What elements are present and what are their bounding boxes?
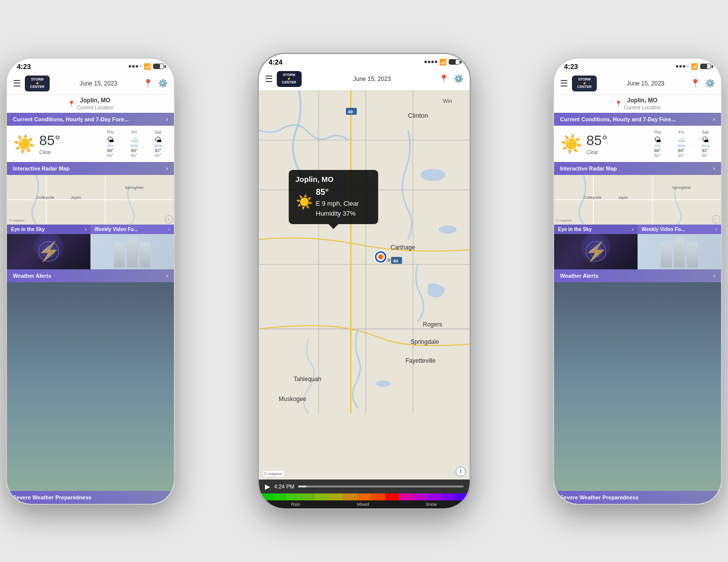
app-header-center: ☰ STORM⚡CENTER June 15, 2023 📍 ⚙️ [259,68,470,90]
signal-center [424,61,437,63]
hamburger-left[interactable]: ☰ [13,78,21,89]
radar-arrow-right: › [713,165,715,172]
header-date-center: June 15, 2023 [306,76,439,82]
svg-text:49: 49 [348,109,353,114]
eye-sky-tile-left[interactable]: Eye in the Sky › ⚡ [7,225,90,269]
alerts-image-left [7,282,174,490]
status-bar-left: 4:23 📶 [7,59,174,73]
weekly-header-left: Weekly Video Fo... › [90,225,174,234]
forecast-header-left[interactable]: Current Conditions, Hourly and 7-Day For… [7,113,174,126]
location-bar-right: 📍 Joplin, MO Current Location [554,95,721,113]
alerts-bg-left [7,282,174,490]
radar-header-right[interactable]: Interactive Radar Map › [554,162,721,175]
hamburger-right[interactable]: ☰ [560,78,568,89]
weather-widget-left: ☀️ 85° Clear Thu 🌤 0% 88° 66° Fri ☁️ 20%… [7,126,174,162]
radar-header-left[interactable]: Interactive Radar Map › [7,162,174,175]
weekly-title-left: Weekly Video Fo... [94,227,138,232]
weatherman-r2 [674,238,685,267]
header-icons-left: 📍 ⚙️ [143,79,168,88]
severe-section-left[interactable]: Severe Weather Preparedness › [7,491,174,504]
severe-arrow-right: › [713,494,715,501]
svg-text:Springdale: Springdale [410,338,439,345]
status-icons-right: 📶 [676,63,711,70]
sun-icon-right: ☀️ [560,134,582,155]
eye-sky-arrow-right: › [632,227,634,232]
alerts-header-left[interactable]: Weather Alerts › [7,269,174,282]
location-icon-center[interactable]: 📍 [439,74,449,83]
tooltip-city: Joplin, MO [296,175,371,183]
eye-sky-title-right: Eye in the Sky [558,227,592,232]
location-icon-right[interactable]: 📍 [690,79,700,88]
eye-sky-arrow-left: › [85,227,86,232]
tooltip-humidity: Humidity 37% [316,209,359,219]
battery-center [449,59,460,65]
logo-left: STORM⚡CENTER [25,76,50,91]
severe-title-left: Severe Weather Preparedness [13,494,91,500]
alerts-title-right: Weather Alerts [560,273,598,279]
gear-icon-left[interactable]: ⚙️ [158,79,168,88]
svg-text:Win: Win [443,98,452,104]
svg-text:Coffeyville: Coffeyville [583,195,602,200]
progress-bar-center[interactable] [298,485,463,487]
current-temp-right: 85° [586,133,607,149]
mapbox-attr-center: © mapbox [263,471,284,477]
location-pin-left: 📍 [68,100,75,107]
forecast-arrow-left: › [166,116,168,123]
time-right: 4:23 [564,63,578,71]
signal-left [129,65,142,68]
play-icon-center[interactable]: ▶ [265,482,270,490]
center-map[interactable]: 49 44 Clinton [259,90,470,480]
svg-text:Carthage: Carthage [391,244,415,251]
svg-text:Joplin: Joplin [71,195,81,200]
weekly-tile-left[interactable]: Weekly Video Fo... › [90,225,174,269]
svg-text:© mapbox: © mapbox [556,219,572,223]
severe-section-right[interactable]: Severe Weather Preparedness › [554,491,721,504]
weatherman-r1 [661,242,672,267]
app-header-left: ☰ STORM⚡CENTER June 15, 2023 📍 ⚙️ [7,73,174,95]
weatherman-r3 [687,242,698,267]
forecast-thu-left: Thu 🌤 0% 88° 66° [100,130,120,158]
map-info-btn-center[interactable]: ℹ [456,467,466,477]
weather-widget-right: ☀️ 85° Clear Thu 🌤 0% 88° 66° Fri ☁️ 20%… [554,126,721,162]
location-bar-left: 📍 Joplin, MO Current Location [7,95,174,113]
svg-text:44: 44 [393,258,398,263]
sun-icon-left: ☀️ [13,134,35,155]
eye-sky-tile-right[interactable]: Eye in the Sky › ⚡ [554,225,638,269]
current-temp-left: 85° [39,133,60,149]
wifi-icon-center: 📶 [439,59,447,66]
hamburger-center[interactable]: ☰ [265,74,273,84]
svg-text:Coffeyville: Coffeyville [36,195,55,200]
location-pin-right: 📍 [615,100,622,107]
header-date-right: June 15, 2023 [601,80,690,87]
svg-text:Springfield: Springfield [125,185,143,190]
weekly-tile-right[interactable]: Weekly Video Fo... › [638,225,721,269]
status-bar-center: 4:24 📶 [259,54,470,68]
radar-arrow-left: › [166,165,168,172]
forecast-cols-right: Thu 🌤 0% 88° 66° Fri ☁️ 20% 89° 66° Sat … [647,130,715,158]
gear-icon-right[interactable]: ⚙️ [705,79,715,88]
severe-title-right: Severe Weather Preparedness [560,494,639,500]
alerts-image-right [554,282,721,490]
forecast-fri-left: Fri ☁️ 20% 89° 66° [124,130,144,158]
weatherman-2 [127,238,138,267]
forecast-header-right[interactable]: Current Conditions, Hourly and 7-Day For… [554,113,721,126]
radar-map-left[interactable]: Coffeyville Joplin Springfield © mapbox … [7,175,174,225]
radar-map-right[interactable]: Coffeyville Joplin Springfield © mapbox … [554,175,721,225]
color-bar-center [259,493,470,500]
svg-text:Fayetteville: Fayetteville [405,357,436,364]
svg-text:Muskogee: Muskogee [279,396,307,402]
logo-center: STORM⚡CENTER [277,71,302,87]
current-desc-left: Clear [39,150,60,155]
playbar-time-center: 4:24 PM [274,483,295,489]
forecast-title-left: Current Conditions, Hourly and 7-Day For… [13,116,129,122]
gear-icon-center[interactable]: ⚙️ [454,74,464,83]
logo-right: STORM⚡CENTER [572,76,597,91]
alerts-header-right[interactable]: Weather Alerts › [554,269,721,282]
alerts-arrow-left: › [166,272,168,279]
svg-text:Springfield: Springfield [672,185,690,190]
location-icon-left[interactable]: 📍 [143,79,153,88]
svg-text:Rogers: Rogers [423,321,442,328]
battery-right [700,64,711,69]
tooltip-details: 85° E 9 mph, Clear Humidity 37% [316,185,359,220]
app-header-right: ☰ STORM⚡CENTER June 15, 2023 📍 ⚙️ [554,73,721,95]
